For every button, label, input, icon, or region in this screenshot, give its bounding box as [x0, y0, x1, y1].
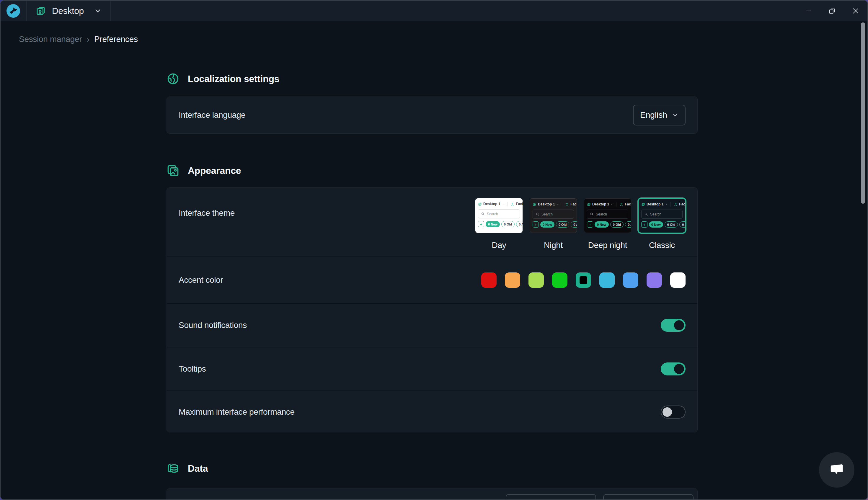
mini-titlebar: Desktop 1 Facilis [478, 201, 520, 207]
mini-filter-new: 0 New [486, 221, 500, 227]
mini-search-box: Search [641, 209, 683, 219]
chevron-down-icon [501, 203, 504, 205]
mini-search-placeholder: Search [487, 212, 498, 216]
workspace-selector[interactable]: Desktop [26, 1, 110, 21]
accent-swatch-green[interactable] [552, 272, 567, 288]
accent-swatch-white[interactable] [670, 272, 686, 288]
mini-workspace-label: Desktop 1 [646, 202, 663, 206]
restore-button[interactable] [820, 1, 844, 21]
theme-thumbnail-night: Desktop 1 Facilis Search [530, 198, 577, 233]
mini-account-label: Facilis [571, 202, 577, 206]
mini-add-button: + [478, 221, 484, 227]
mini-divider [562, 202, 562, 207]
max-performance-label: Maximum interface performance [179, 407, 295, 417]
sound-notifications-label: Sound notifications [179, 320, 247, 330]
max-performance-row: Maximum interface performance [167, 390, 697, 433]
person-icon [510, 202, 514, 206]
window-controls [797, 1, 867, 21]
database-icon [167, 462, 180, 475]
mini-filter-old: 0 Old [610, 221, 624, 228]
section-title: Appearance [188, 165, 241, 176]
accent-swatch-teal-selected[interactable] [576, 272, 591, 288]
accent-swatch-lime[interactable] [529, 272, 544, 288]
theme-thumbnail-classic-selected: Desktop 1 Facilis Search [638, 198, 686, 233]
accent-swatch-purple[interactable] [646, 272, 662, 288]
max-performance-toggle[interactable] [661, 406, 686, 419]
theme-label: Deep night [588, 240, 627, 250]
breadcrumb-session-manager[interactable]: Session manager [19, 35, 82, 44]
accent-swatch-orange[interactable] [505, 272, 520, 288]
chevron-down-icon [665, 203, 667, 206]
mini-filter-new: 0 New [595, 221, 609, 228]
workspace-label: Desktop [52, 6, 84, 16]
person-icon [619, 203, 623, 206]
breadcrumb: Session manager › Preferences [19, 34, 138, 44]
theme-option-day[interactable]: Desktop 1 Facilis Search [475, 198, 522, 250]
mini-titlebar: Desktop 1 Facilis [587, 201, 628, 207]
globe-icon [167, 72, 180, 85]
profiles-icon [478, 202, 482, 206]
interface-theme-label: Interface theme [179, 208, 235, 218]
titlebar-divider [110, 1, 111, 21]
accent-swatch-cyan[interactable] [599, 272, 615, 288]
search-icon [590, 212, 594, 216]
minimize-button[interactable] [797, 1, 820, 21]
tooltips-row: Tooltips [167, 347, 697, 390]
mini-filter-auto: 0 Auto [516, 221, 522, 227]
person-icon [565, 203, 569, 206]
mini-filter-auto: 0 Auto [679, 221, 686, 228]
mini-filter-tabs: + 0 New 0 Old 0 Auto [641, 221, 683, 228]
appearance-icon [167, 164, 180, 177]
app-logo-button[interactable] [1, 1, 26, 21]
accent-color-row: Accent color [167, 257, 697, 303]
mini-search-placeholder: Search [596, 212, 607, 216]
interface-language-label: Interface language [179, 110, 246, 120]
mini-add-button: + [533, 221, 539, 228]
theme-option-deep-night[interactable]: Desktop 1 Facilis Search [584, 198, 631, 250]
theme-label: Day [492, 240, 506, 250]
accent-color-label: Accent color [179, 275, 223, 285]
hummingbird-logo-icon [7, 4, 20, 18]
appearance-card: Interface theme Desktop 1 Facilis [167, 188, 698, 432]
profiles-icon [533, 203, 537, 206]
restore-icon [828, 7, 836, 15]
toggle-knob [674, 320, 684, 330]
mini-divider [616, 202, 617, 207]
profiles-icon [641, 203, 645, 206]
data-action-button-1[interactable] [506, 494, 596, 500]
theme-option-classic[interactable]: Desktop 1 Facilis Search [638, 198, 686, 250]
tooltips-toggle[interactable] [661, 362, 686, 375]
section-title: Data [188, 463, 208, 474]
close-button[interactable] [844, 1, 867, 21]
support-chat-button[interactable] [819, 452, 854, 488]
accent-swatch-red[interactable] [481, 272, 497, 288]
data-action-button-2[interactable] [603, 494, 694, 500]
mini-filter-tabs: + 0 New 0 Old 0 Auto [533, 221, 574, 228]
appearance-section-header: Appearance [167, 164, 241, 177]
sound-notifications-toggle[interactable] [661, 319, 686, 332]
sound-notifications-row: Sound notifications [167, 303, 697, 347]
app-window: Desktop Session manager › Preferences Lo… [0, 0, 868, 500]
theme-label: Classic [649, 240, 675, 250]
mini-divider [507, 202, 508, 206]
interface-theme-row: Interface theme Desktop 1 Facilis [167, 188, 697, 257]
mini-search-placeholder: Search [650, 212, 661, 216]
theme-option-night[interactable]: Desktop 1 Facilis Search [530, 198, 577, 250]
mini-filter-tabs: + 0 New 0 Old 0 Auto [478, 221, 520, 227]
scrollbar-thumb[interactable] [861, 22, 865, 204]
localization-card: Interface language English [167, 96, 698, 134]
breadcrumb-preferences: Preferences [94, 35, 138, 44]
mini-filter-new: 0 New [540, 221, 554, 228]
accent-swatch-blue[interactable] [623, 272, 638, 288]
minimize-icon [804, 7, 812, 15]
toggle-knob [663, 407, 672, 417]
profiles-icon [587, 203, 591, 206]
mini-filter-old: 0 Old [665, 221, 678, 228]
mini-account-label: Facilis [679, 202, 686, 206]
mini-filter-old: 0 Old [501, 221, 515, 227]
titlebar: Desktop [1, 1, 867, 21]
profiles-icon [35, 5, 46, 16]
data-card [167, 488, 698, 500]
language-select[interactable]: English [633, 105, 686, 125]
chevron-down-icon [94, 7, 102, 15]
